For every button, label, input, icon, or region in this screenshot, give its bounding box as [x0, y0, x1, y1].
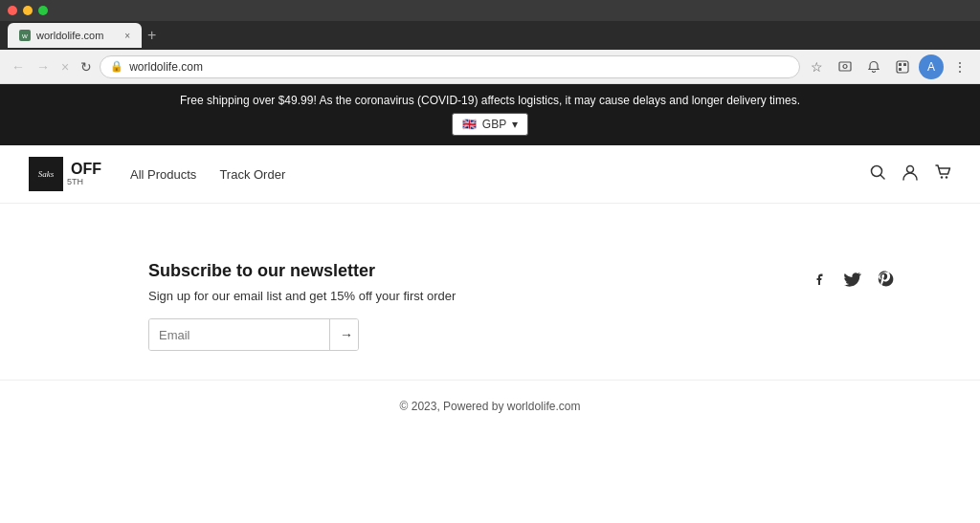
back-button[interactable]: ← [8, 55, 29, 78]
browser-chrome [0, 0, 980, 21]
tab-title: worldolife.com [36, 30, 103, 41]
forward-button[interactable]: → [33, 55, 54, 78]
logo-italic-text: Saks [38, 169, 55, 179]
svg-line-7 [880, 175, 884, 179]
announcement-bar: Free shipping over $49.99! As the corona… [0, 84, 980, 145]
svg-point-10 [946, 176, 947, 178]
bookmark-button[interactable]: ☆ [804, 54, 829, 79]
profile-switch-button[interactable] [890, 54, 915, 79]
browser-toolbar: ← → × ↻ 🔒 worldolife.com ☆ [0, 50, 980, 84]
cart-icon[interactable] [934, 163, 951, 185]
newsletter-left: Subscribe to our newsletter Sign up for … [148, 261, 812, 351]
empty-space [0, 204, 980, 232]
logo-main-text: OFF [71, 162, 101, 177]
facebook-icon[interactable] [812, 271, 829, 292]
site-header: Saks OFF 5TH All Products Track Order [0, 145, 980, 204]
pinterest-icon[interactable] [877, 271, 894, 292]
minimize-dot[interactable] [23, 6, 33, 15]
newsletter-section: Subscribe to our newsletter Sign up for … [0, 232, 980, 380]
notifications-button[interactable] [861, 54, 886, 79]
svg-point-9 [941, 176, 943, 178]
svg-rect-2 [897, 61, 908, 73]
svg-rect-3 [899, 63, 902, 66]
newsletter-title: Subscribe to our newsletter [148, 261, 812, 281]
social-icons [812, 261, 951, 292]
currency-label: GBP [482, 118, 506, 131]
svg-rect-4 [903, 63, 906, 66]
maximize-dot[interactable] [38, 6, 48, 15]
logo-container[interactable]: Saks OFF 5TH [29, 157, 101, 191]
main-nav: All Products Track Order [130, 167, 869, 182]
svg-point-8 [907, 165, 914, 172]
active-tab[interactable]: w worldolife.com × [8, 23, 142, 48]
logo-box: Saks [29, 157, 63, 191]
logo-text-group: OFF 5TH [67, 162, 101, 186]
close-button[interactable]: × [57, 55, 73, 78]
twitter-icon[interactable] [844, 271, 861, 292]
browser-tabs: w worldolife.com × + [0, 21, 980, 50]
address-text: worldolife.com [129, 60, 203, 74]
profile-initial: A [927, 60, 935, 74]
email-input[interactable] [149, 319, 329, 350]
address-bar[interactable]: 🔒 worldolife.com [100, 55, 800, 78]
nav-all-products[interactable]: All Products [130, 167, 196, 182]
email-submit-button[interactable]: → [329, 319, 359, 350]
new-tab-button[interactable]: + [142, 27, 162, 44]
currency-flag: 🇬🇧 [462, 118, 477, 131]
account-icon[interactable] [902, 163, 919, 185]
lock-icon: 🔒 [110, 60, 123, 73]
svg-point-1 [843, 64, 847, 68]
logo-sub-text: 5TH [67, 177, 101, 186]
more-menu-button[interactable]: ⋮ [947, 54, 972, 79]
page-content: Free shipping over $49.99! As the corona… [0, 84, 980, 523]
svg-rect-5 [899, 68, 902, 71]
screenshot-button[interactable] [833, 54, 858, 79]
search-icon[interactable] [869, 163, 886, 185]
currency-selector[interactable]: 🇬🇧 GBP ▾ [452, 113, 528, 136]
svg-rect-0 [839, 62, 851, 71]
toolbar-icons: ☆ A ⋮ [804, 54, 972, 79]
header-icons [869, 163, 951, 185]
tab-close-button[interactable]: × [124, 31, 130, 41]
currency-chevron-icon: ▾ [512, 118, 518, 131]
newsletter-subtitle: Sign up for our email list and get 15% o… [148, 289, 812, 303]
close-dot[interactable] [8, 6, 17, 15]
footer: © 2023, Powered by worldolife.com [0, 380, 980, 432]
email-form: → [148, 318, 359, 351]
footer-copyright: © 2023, Powered by worldolife.com [400, 400, 581, 413]
nav-track-order[interactable]: Track Order [219, 167, 285, 182]
reload-button[interactable]: ↻ [77, 55, 96, 78]
tab-favicon: w [19, 30, 31, 41]
google-account-button[interactable]: A [919, 54, 944, 79]
announcement-text: Free shipping over $49.99! As the corona… [180, 94, 800, 107]
